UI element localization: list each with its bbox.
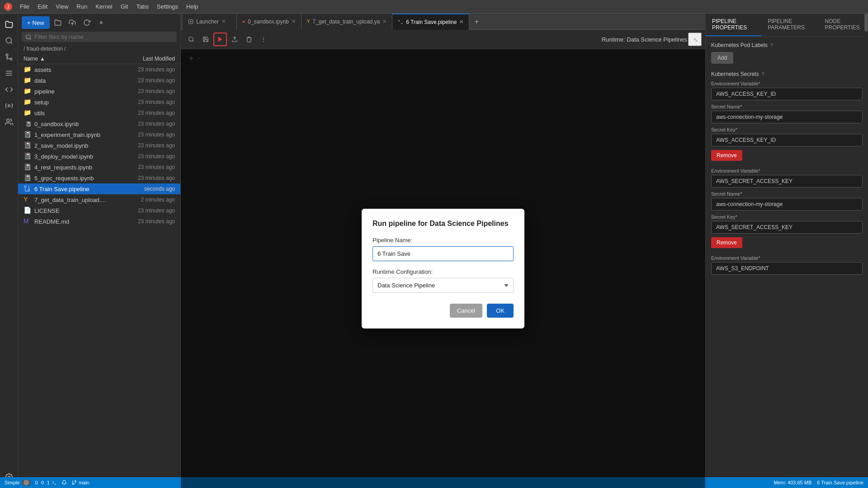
list-item[interactable]: 📓 4_rest_requests.ipynb 23 minutes ago	[18, 162, 180, 173]
tab-pipeline-parameters[interactable]: PIPELINE PARAMETERS	[761, 14, 818, 36]
tab-close-btn[interactable]: ✕	[222, 19, 226, 24]
sidebar-git-btn[interactable]	[2, 50, 16, 64]
list-item[interactable]: 📁 assets 23 minutes ago	[18, 64, 180, 75]
save-pipeline-btn[interactable]	[199, 33, 212, 46]
tab-yaml[interactable]: Y 7_get_data_train_upload.ya ✕	[302, 14, 392, 30]
secret-name-input-2[interactable]	[711, 198, 863, 211]
dialog-resize-handle[interactable]	[518, 322, 524, 328]
tab-label: 6 Train Save.pipeline	[406, 19, 457, 25]
list-item[interactable]: 📓 2_save_model.ipynb 23 minutes ago	[18, 140, 180, 151]
sidebar-debugger-btn[interactable]	[2, 82, 16, 97]
dialog-actions: Cancel OK	[373, 304, 514, 318]
cancel-button[interactable]: Cancel	[450, 304, 482, 318]
add-tab-btn[interactable]: +	[469, 14, 484, 29]
pipeline-name-input[interactable]	[373, 246, 514, 261]
clear-pipeline-btn[interactable]	[242, 33, 256, 46]
file-name: 7_get_data_train_upload....	[34, 197, 112, 203]
runtime-config-select[interactable]: Data Science Pipeline	[373, 278, 514, 293]
tab-close-btn[interactable]: ✕	[459, 19, 463, 25]
remove-secret-btn-1[interactable]: Remove	[711, 150, 742, 161]
file-name: 6 Train Save.pipeline	[34, 186, 112, 192]
upload-btn[interactable]	[66, 16, 79, 29]
tab-close-btn[interactable]: ✕	[382, 19, 387, 24]
list-item-active[interactable]: 6 Train Save.pipeline seconds ago	[18, 183, 180, 194]
file-modified: seconds ago	[112, 186, 175, 192]
list-item[interactable]: 📓 3_deploy_model.ipynb 23 minutes ago	[18, 151, 180, 162]
export-pipeline-btn[interactable]	[228, 33, 241, 46]
help-icon-secrets[interactable]: ?	[761, 71, 764, 77]
sidebar-extensions-btn[interactable]	[2, 66, 16, 80]
ok-button[interactable]: OK	[487, 304, 514, 318]
file-name: data	[34, 77, 112, 84]
menu-edit[interactable]: Edit	[34, 2, 51, 11]
list-item[interactable]: 📁 utils 23 minutes ago	[18, 108, 180, 118]
list-item[interactable]: 📁 pipeline 23 minutes ago	[18, 86, 180, 97]
secret-name-input-1[interactable]	[711, 111, 863, 123]
sidebar-property-btn[interactable]	[2, 99, 16, 113]
open-folder-btn[interactable]	[52, 16, 64, 29]
status-branch[interactable]: main	[71, 480, 90, 485]
svg-point-2	[6, 38, 11, 43]
menu-file[interactable]: File	[16, 2, 33, 11]
sidebar-files-btn[interactable]	[2, 17, 16, 32]
branch-icon	[71, 480, 77, 485]
list-item[interactable]: Y 7_get_data_train_upload.... 2 minutes …	[18, 194, 180, 205]
secret-key-input-1[interactable]	[711, 134, 863, 146]
menu-run[interactable]: Run	[73, 2, 91, 11]
tab-sandbox[interactable]: ● 0_sandbox.ipynb ✕	[237, 14, 302, 30]
tab-close-btn[interactable]: ✕	[292, 19, 296, 24]
search-input[interactable]	[34, 33, 173, 40]
file-name: utils	[34, 110, 112, 117]
menu-kernel[interactable]: Kernel	[92, 2, 116, 11]
menu-tabs[interactable]: Tabs	[132, 2, 152, 11]
search-box	[22, 32, 177, 42]
file-modified: 2 minutes ago	[112, 197, 175, 203]
menu-help[interactable]: Help	[183, 2, 202, 11]
list-item[interactable]: M README.md 23 minutes ago	[18, 216, 180, 227]
secret-key-label-2: Secret Key*	[711, 214, 863, 220]
sidebar-search-btn[interactable]	[2, 33, 16, 48]
env-var-input-3[interactable]	[711, 262, 863, 275]
refresh-btn[interactable]	[80, 16, 93, 29]
env-var-input-2[interactable]	[711, 175, 863, 188]
tab-pipeline[interactable]: 6 Train Save.pipeline ✕	[392, 14, 469, 30]
pipeline-settings-btn[interactable]	[688, 33, 702, 46]
launcher-icon	[188, 19, 193, 24]
menu-git[interactable]: Git	[117, 2, 132, 11]
menu-settings[interactable]: Settings	[153, 2, 182, 11]
menu-view[interactable]: View	[52, 2, 72, 11]
scrollbar-thumb[interactable]	[864, 14, 868, 32]
mode-toggle[interactable]	[22, 479, 31, 486]
list-item[interactable]: 📄 LICENSE 23 minutes ago	[18, 205, 180, 216]
file-modified: 23 minutes ago	[112, 142, 175, 149]
secret-key-input-2[interactable]	[711, 221, 863, 234]
col-modified-header: Last Modified	[112, 56, 175, 62]
run-pipeline-btn[interactable]	[213, 33, 227, 46]
git-btn[interactable]	[95, 16, 108, 29]
col-name-header[interactable]: Name ▲	[24, 56, 112, 62]
toggle-knob	[24, 480, 29, 485]
remove-secret-btn-2[interactable]: Remove	[711, 237, 742, 248]
list-item[interactable]: 📁 setup 23 minutes ago	[18, 97, 180, 108]
add-pod-label-btn[interactable]: Add	[711, 52, 733, 64]
right-panel-tabs: PIPELINE PROPERTIES PIPELINE PARAMETERS …	[706, 14, 868, 37]
more-options-btn[interactable]: ⋮	[257, 33, 270, 46]
search-pipeline-btn[interactable]	[184, 33, 198, 46]
list-item[interactable]: 📓 5_grpc_requests.ipynb 23 minutes ago	[18, 173, 180, 183]
help-icon-pod-labels[interactable]: ?	[770, 42, 773, 48]
svg-point-23	[189, 37, 193, 41]
folder-icon: 📁	[24, 76, 32, 84]
search-icon	[25, 34, 32, 40]
folder-icon: 📁	[24, 66, 32, 74]
sidebar-users-btn[interactable]	[2, 115, 16, 129]
env-var-input-1[interactable]	[711, 88, 863, 100]
tab-node-properties[interactable]: NODE PROPERTIES	[819, 14, 868, 36]
file-modified: 23 minutes ago	[112, 66, 175, 73]
list-item[interactable]: 📁 data 23 minutes ago	[18, 75, 180, 86]
tab-pipeline-properties[interactable]: PIPELINE PROPERTIES	[706, 14, 761, 36]
new-launcher-btn[interactable]: + New	[22, 16, 50, 29]
tab-launcher[interactable]: Launcher ✕	[183, 14, 237, 30]
runtime-config-label: Runtime Configuration:	[373, 268, 514, 275]
list-item[interactable]: 📓 0_sandbox.ipynb 23 minutes ago	[18, 118, 180, 129]
list-item[interactable]: 📓 1_experiment_train.ipynb 23 minutes ag…	[18, 129, 180, 140]
